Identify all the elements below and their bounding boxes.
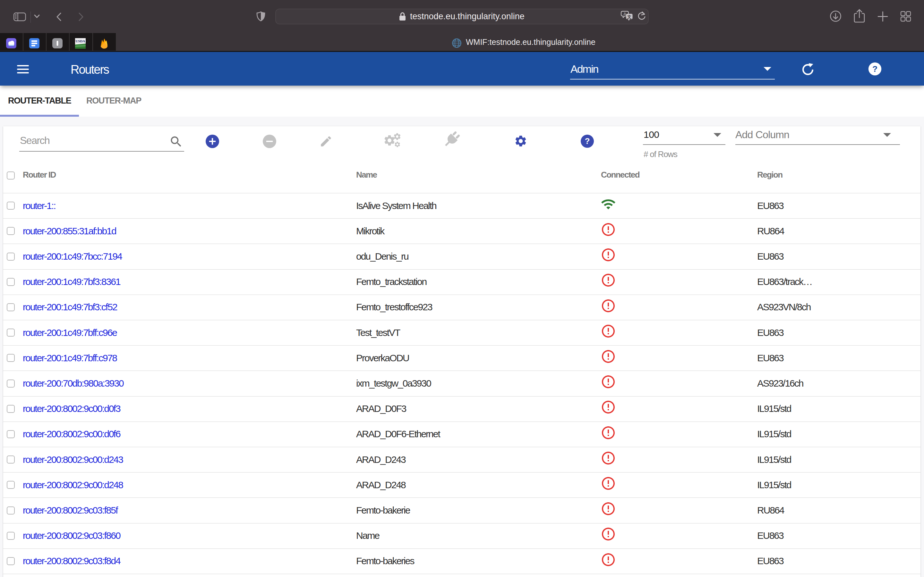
- svg-text:文: 文: [627, 15, 632, 19]
- svg-text:?: ?: [585, 137, 590, 145]
- svg-text:?: ?: [872, 64, 877, 74]
- svg-text:USDA: USDA: [76, 39, 86, 43]
- svg-text:A: A: [624, 11, 626, 16]
